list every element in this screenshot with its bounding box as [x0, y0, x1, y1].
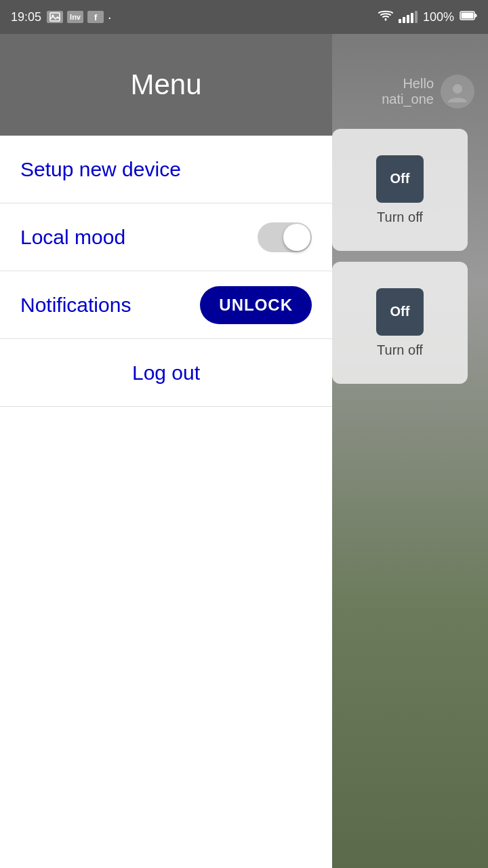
notification-dot: ·: [108, 9, 112, 25]
status-time: 19:05: [11, 10, 41, 24]
logout-item[interactable]: Log out: [0, 339, 332, 407]
svg-point-5: [453, 84, 462, 94]
inventory-icon: Inv: [67, 11, 83, 23]
wifi-icon: [378, 9, 393, 25]
menu-overlay: Menu Setup new device Local mood Notific…: [0, 34, 332, 868]
unlock-button[interactable]: UNLOCK: [200, 286, 312, 324]
device-label-2: Turn off: [377, 342, 423, 358]
local-mood-item[interactable]: Local mood: [0, 203, 332, 271]
greeting-text: Hello: [403, 76, 434, 92]
device-off-button-1[interactable]: Off: [376, 155, 424, 203]
device-card-2[interactable]: Off Turn off: [332, 262, 468, 384]
facebook-icon: f: [87, 11, 104, 23]
setup-new-device-item[interactable]: Setup new device: [0, 136, 332, 203]
device-card-1[interactable]: Off Turn off: [332, 129, 468, 251]
username-text: nati_one: [382, 92, 434, 107]
status-right: 100%: [378, 9, 477, 25]
battery-icon: [460, 10, 477, 24]
svg-point-2: [384, 18, 386, 20]
local-mood-label: Local mood: [20, 226, 125, 249]
notifications-item[interactable]: Notifications UNLOCK: [0, 271, 332, 339]
signal-icon: [399, 11, 418, 23]
device-off-button-2[interactable]: Off: [376, 288, 424, 336]
notifications-label: Notifications: [20, 294, 131, 317]
toggle-knob: [283, 224, 310, 251]
hello-text: Hello nati_one: [382, 76, 434, 107]
status-bar: 19:05 Inv f ·: [0, 0, 488, 34]
menu-header: Menu: [0, 34, 332, 136]
logout-label: Log out: [132, 361, 200, 384]
hello-area: Hello nati_one: [382, 75, 474, 108]
svg-rect-4: [462, 12, 474, 18]
menu-items: Setup new device Local mood Notification…: [0, 136, 332, 868]
image-icon: [47, 11, 63, 23]
setup-new-device-label: Setup new device: [20, 158, 181, 181]
menu-title: Menu: [130, 68, 201, 101]
battery-percentage: 100%: [423, 10, 454, 24]
device-label-1: Turn off: [377, 210, 423, 225]
local-mood-toggle[interactable]: [258, 222, 312, 252]
avatar: [441, 75, 474, 108]
device-cards: Off Turn off Off Turn off: [332, 129, 481, 384]
status-icons: Inv f ·: [47, 9, 112, 25]
status-left: 19:05 Inv f ·: [11, 9, 112, 25]
